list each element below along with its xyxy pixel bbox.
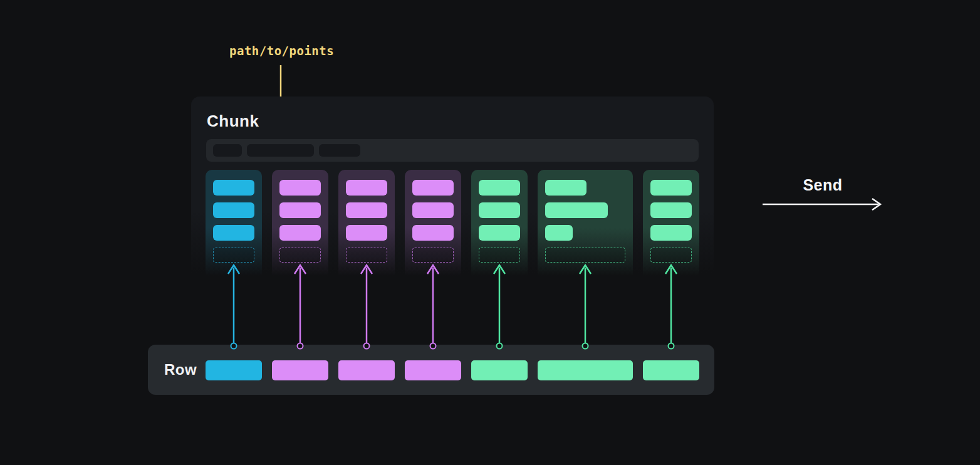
data-bar — [545, 225, 573, 241]
arrow-origin-dot — [298, 343, 303, 349]
flow-arrow-col-6 — [578, 261, 593, 352]
toolbar-pill-2 — [247, 144, 314, 157]
arrow-origin-dot — [430, 343, 436, 349]
flow-arrow-col-7 — [664, 261, 679, 352]
chunk-title: Chunk — [207, 112, 259, 131]
data-bar — [213, 225, 254, 241]
arrow-origin-dot — [583, 343, 588, 349]
row-block-col-3 — [338, 360, 395, 380]
data-bar — [279, 202, 321, 218]
chunk-toolbar — [206, 139, 699, 162]
flow-arrow-col-2 — [293, 261, 308, 352]
data-bar — [650, 202, 692, 218]
data-bar — [412, 180, 454, 196]
toolbar-pill-3 — [319, 144, 360, 157]
diagram-canvas: path/to/points Chunk Row Send — [0, 0, 980, 465]
data-bar — [346, 202, 387, 218]
toolbar-pill-1 — [213, 144, 242, 157]
row-block-col-6 — [538, 360, 633, 380]
arrow-origin-dot — [669, 343, 674, 349]
row-block-col-4 — [405, 360, 461, 380]
data-bar — [213, 180, 254, 196]
row-panel: Row — [148, 345, 714, 395]
flow-arrow-col-1 — [226, 261, 241, 352]
row-block-col-7 — [643, 360, 699, 380]
data-bar — [213, 202, 254, 218]
data-bar — [279, 225, 321, 241]
data-bar — [346, 180, 387, 196]
data-bar — [479, 225, 520, 241]
arrow-origin-dot — [364, 343, 370, 349]
data-bar — [479, 202, 520, 218]
chunk-panel: Chunk — [191, 97, 714, 281]
data-bar — [650, 180, 692, 196]
data-bar — [346, 225, 387, 241]
data-bar — [479, 180, 520, 196]
data-bar — [412, 225, 454, 241]
row-label: Row — [164, 345, 197, 395]
data-bar — [545, 180, 586, 196]
data-bar — [650, 225, 692, 241]
arrow-origin-dot — [231, 343, 237, 349]
send-label: Send — [762, 176, 884, 194]
row-block-col-1 — [206, 360, 262, 380]
flow-arrow-col-5 — [492, 261, 507, 352]
data-bar — [545, 202, 608, 218]
row-block-col-5 — [471, 360, 528, 380]
row-block-col-2 — [272, 360, 328, 380]
arrow-origin-dot — [497, 343, 503, 349]
flow-arrow-col-4 — [425, 261, 440, 352]
send-arrow-icon — [762, 197, 884, 212]
flow-arrow-col-3 — [359, 261, 374, 352]
data-bar — [279, 180, 321, 196]
path-annotation-label: path/to/points — [229, 44, 334, 58]
data-bar — [412, 202, 454, 218]
